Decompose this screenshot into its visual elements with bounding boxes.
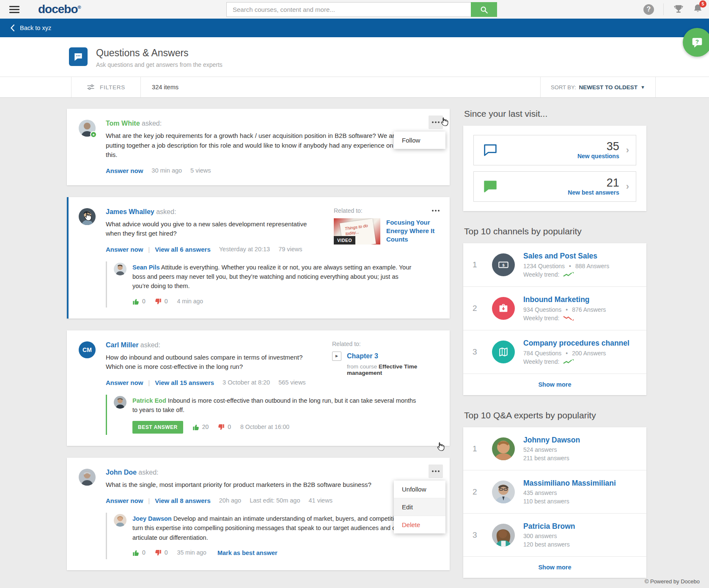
avatar-patrick-eod[interactable] — [114, 396, 126, 409]
bullet: • — [566, 306, 568, 313]
avatar-tom-white[interactable]: ★ — [79, 120, 96, 137]
answer-author[interactable]: Sean Pils — [132, 264, 159, 271]
notifications-bell[interactable]: 5 — [693, 3, 703, 16]
answer-now-link[interactable]: Answer now — [106, 246, 143, 253]
search-bar — [226, 2, 497, 17]
top-channels-panel: 1 $ Sales and Post Sales 1234 Questions•… — [463, 243, 646, 395]
avatar-massimiliano-massimiliani[interactable] — [492, 481, 515, 503]
new-best-answers-link[interactable]: New best answers — [568, 189, 619, 196]
related-chapter-link[interactable]: Chapter 3 — [347, 352, 378, 360]
question-author[interactable]: Carl Miller — [106, 341, 138, 349]
thumbs-up-vote[interactable]: 20 — [192, 423, 209, 432]
downvote-count: 0 — [165, 548, 168, 558]
channel-link[interactable]: Company procedures channel — [523, 339, 629, 347]
docebo-logo: docebo® — [38, 3, 81, 16]
video-thumbnail[interactable]: Things to do today... VIDEO — [334, 218, 380, 245]
view-all-answers-link[interactable]: View all 6 answers — [155, 246, 210, 253]
question-text: How do inbound and outbound sales compar… — [106, 353, 319, 372]
weekly-trend-label: Weekly trend: — [523, 271, 559, 278]
thumbs-down-vote[interactable]: 0 — [155, 548, 168, 558]
question-card-tom-white: ★ Tom White asked: What are the key job … — [67, 109, 450, 185]
thumbs-down-vote[interactable]: 0 — [218, 423, 231, 432]
search-input[interactable] — [226, 2, 471, 17]
sub-nav-bar: Back to xyz — [0, 19, 709, 37]
since-last-visit-title: Since your last visit... — [464, 109, 646, 119]
answer-text: Develop and maintain an intimate underst… — [132, 515, 413, 541]
expert-link[interactable]: Massimiliano Massimiliani — [523, 479, 616, 487]
channels-show-more-button[interactable]: Show more — [463, 374, 646, 395]
question-author[interactable]: John Doe — [106, 469, 137, 476]
question-author[interactable]: James Whalley — [106, 208, 154, 215]
avatar-johnny-dawson[interactable] — [492, 437, 515, 460]
top-experts-panel: 1 Johnny Dawson 524 answers 211 best ans… — [463, 427, 646, 578]
question-views: 565 views — [278, 379, 305, 386]
new-best-answers-stat[interactable]: 21 New best answers › — [473, 171, 636, 202]
answer-sean-pils: Sean Pils Attitude is everything. Whethe… — [106, 261, 437, 308]
answer-now-link[interactable]: Answer now — [106, 379, 143, 386]
question-views: 41 views — [308, 497, 332, 504]
view-all-answers-link[interactable]: View all 15 answers — [155, 379, 214, 386]
help-icon[interactable]: ? — [643, 4, 654, 15]
thumbs-down-vote[interactable]: 0 — [155, 297, 168, 306]
thumbs-up-vote[interactable]: 0 — [132, 548, 146, 558]
question-author[interactable]: Tom White — [106, 120, 140, 127]
menu-item-edit[interactable]: Edit — [394, 498, 445, 516]
top-experts-title: Top 10 Q&A experts by popularity — [464, 410, 646, 420]
thumbs-down-icon — [155, 298, 162, 305]
hamburger-menu-icon[interactable] — [9, 4, 19, 15]
separator: | — [148, 379, 150, 386]
expert-answers: 524 answers — [523, 446, 580, 453]
avatar-sean-pils[interactable] — [114, 263, 126, 275]
briefcase-icon — [497, 302, 509, 314]
avatar-james-whalley[interactable] — [79, 208, 96, 225]
related-video-link[interactable]: Focusing Your Energy Where It Counts — [386, 218, 451, 245]
thumbs-up-icon — [192, 424, 199, 431]
new-questions-stat[interactable]: 35 New questions › — [473, 135, 636, 165]
answer-author[interactable]: Patrick Eod — [132, 397, 166, 404]
page-title: Questions & Answers — [96, 47, 223, 59]
thumbs-up-vote[interactable]: 0 — [132, 297, 146, 306]
answer-now-link[interactable]: Answer now — [106, 167, 143, 174]
avatar-john-doe[interactable] — [79, 469, 96, 486]
question-options-button[interactable] — [429, 464, 443, 478]
search-button[interactable] — [471, 2, 497, 17]
filters-button[interactable]: FILTERS — [71, 77, 141, 97]
question-text: What are the key job requirements for a … — [106, 131, 404, 160]
channel-link[interactable]: Sales and Post Sales — [523, 252, 597, 260]
channel-rank: 3 — [473, 347, 484, 357]
gamification-trophy-icon[interactable] — [673, 4, 684, 15]
answer-author[interactable]: Joey Dawson — [132, 515, 172, 522]
channel-row: 1 $ Sales and Post Sales 1234 Questions•… — [463, 243, 646, 287]
question-card-carl-miller: CM Carl Miller asked: How do inbound and… — [67, 330, 450, 446]
sort-dropdown[interactable]: SORT BY: NEWEST TO OLDEST ▼ — [540, 77, 656, 97]
answer-patrick-eod: Patrick Eod Inbound is more cost-effecti… — [106, 395, 437, 435]
mark-as-best-answer-link[interactable]: Mark as best answer — [217, 548, 278, 558]
avatar-joey-dawson[interactable] — [114, 514, 126, 527]
back-link[interactable]: Back to xyz — [10, 25, 51, 31]
new-questions-link[interactable]: New questions — [577, 153, 619, 159]
floating-help-button[interactable]: ? — [683, 28, 709, 57]
answer-joey-dawson: Joey Dawson Develop and maintain an inti… — [106, 513, 437, 559]
channel-link[interactable]: Inbound Marketing — [523, 295, 590, 304]
question-options-button[interactable] — [429, 204, 443, 217]
upvote-count: 0 — [142, 548, 146, 558]
menu-item-unfollow[interactable]: Unfollow — [394, 481, 445, 498]
answer-now-link[interactable]: Answer now — [106, 497, 143, 504]
items-count: 324 items — [141, 77, 179, 97]
chevron-right-icon: › — [626, 181, 629, 192]
menu-item-delete[interactable]: Delete — [394, 516, 445, 533]
menu-item-follow[interactable]: Follow — [394, 132, 445, 149]
avatar-patricia-brown[interactable] — [492, 524, 515, 547]
experts-show-more-button[interactable]: Show more — [463, 557, 646, 578]
view-all-answers-link[interactable]: View all 8 answers — [155, 497, 210, 504]
expert-link[interactable]: Patricia Brown — [523, 522, 575, 530]
channel-questions: 784 Questions — [523, 350, 561, 357]
expert-best-answers: 120 best answers — [523, 541, 575, 548]
upvote-count: 0 — [142, 297, 146, 306]
page-subtitle: Ask questions and get answers from the e… — [96, 61, 223, 68]
expert-link[interactable]: Johnny Dawson — [523, 436, 580, 444]
expert-row: 3 Patricia Brown 300 answers 120 best an… — [463, 514, 646, 557]
footer-copyright: © Powered by Docebo — [645, 578, 700, 585]
question-options-button[interactable] — [429, 115, 443, 129]
avatar-carl-miller[interactable]: CM — [79, 341, 96, 358]
